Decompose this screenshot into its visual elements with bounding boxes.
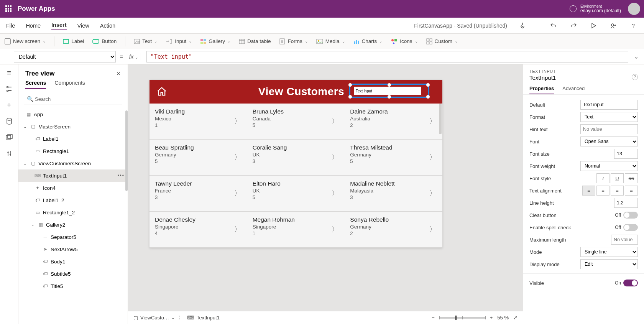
help-icon[interactable]: ? xyxy=(632,74,638,80)
app-frame[interactable]: View Customers Viki DarlingMexico1〉Bruna… xyxy=(150,80,442,248)
node-textinput1[interactable]: ⌨TextInput1••• xyxy=(18,169,128,182)
clear-button-toggle[interactable] xyxy=(623,212,638,219)
node-subtitle5[interactable]: 🏷Subtitle5 xyxy=(18,268,128,280)
zoom-out-icon[interactable]: − xyxy=(432,315,435,321)
tab-advanced[interactable]: Advanced xyxy=(562,86,585,94)
prop-max-length[interactable] xyxy=(611,235,638,245)
gallery-cell[interactable]: Viki DarlingMexico1〉 xyxy=(150,104,247,140)
node-app[interactable]: ▦App xyxy=(18,108,128,120)
node-label1-2[interactable]: 🏷Label1_2 xyxy=(18,194,128,206)
chevron-right-icon[interactable]: 〉 xyxy=(234,117,241,126)
chevron-right-icon[interactable]: 〉 xyxy=(429,117,436,126)
prop-default[interactable] xyxy=(580,100,638,110)
gallery-cell[interactable]: Coralie SangUK3〉 xyxy=(247,140,345,176)
zoom-slider[interactable] xyxy=(439,317,485,319)
selected-textinput[interactable] xyxy=(349,84,429,98)
prop-mode[interactable]: Single line xyxy=(580,247,638,257)
label-button[interactable]: Label xyxy=(63,38,84,44)
canvas-textinput-control[interactable] xyxy=(354,87,421,95)
tab-components[interactable]: Components xyxy=(54,80,85,89)
play-icon[interactable] xyxy=(589,21,598,30)
node-label1[interactable]: 🏷Label1 xyxy=(18,133,128,145)
avatar[interactable] xyxy=(628,3,640,15)
gallery-dropdown[interactable]: Gallery⌄ xyxy=(200,38,230,44)
node-gallery2[interactable]: ⌄▦Gallery2 xyxy=(18,219,128,231)
formula-input[interactable]: "Text input" xyxy=(146,51,628,62)
icons-dropdown[interactable]: Icons⌄ xyxy=(391,38,417,44)
gallery-scrollbar[interactable] xyxy=(439,104,442,134)
redo-icon[interactable] xyxy=(569,21,578,30)
align-right-button[interactable]: ≡ xyxy=(611,186,624,196)
tools-icon[interactable] xyxy=(5,150,13,157)
prop-font-weight[interactable]: Normal xyxy=(580,161,638,171)
gallery-cell[interactable]: Megan RohmanSingapore1〉 xyxy=(247,212,345,248)
node-viewcustomers[interactable]: ⌄▢ViewCustomersScreen xyxy=(18,157,128,169)
node-separator5[interactable]: ─Separator5 xyxy=(18,231,128,243)
gallery-cell[interactable]: Denae ChesleySingapore4〉 xyxy=(150,212,247,248)
fit-to-screen-icon[interactable]: ⤢ xyxy=(513,315,518,321)
gallery-cell[interactable]: Daine ZamoraAustralia2〉 xyxy=(345,104,442,140)
home-icon[interactable] xyxy=(156,86,167,97)
gallery-cell[interactable]: Thresa MilsteadGermany5〉 xyxy=(345,140,442,176)
node-nextarrow5[interactable]: ➤NextArrow5 xyxy=(18,243,128,255)
zoom-in-icon[interactable]: + xyxy=(490,315,493,321)
chevron-right-icon[interactable]: 〉 xyxy=(429,153,436,162)
chevron-right-icon[interactable]: 〉 xyxy=(332,117,338,126)
formula-expand-icon[interactable]: ⌄ xyxy=(632,53,640,60)
add-icon[interactable]: + xyxy=(5,101,13,109)
menu-view[interactable]: View xyxy=(77,23,89,29)
spell-check-toggle[interactable] xyxy=(623,224,638,231)
italic-button[interactable]: I xyxy=(596,173,610,183)
custom-dropdown[interactable]: Custom⌄ xyxy=(426,38,458,44)
visible-toggle[interactable] xyxy=(623,280,638,286)
tree-search-input[interactable] xyxy=(24,93,122,105)
chevron-right-icon[interactable]: 〉 xyxy=(234,225,241,234)
environment-picker[interactable]: Environment enayu.com (default) xyxy=(570,4,621,13)
forms-dropdown[interactable]: Forms⌄ xyxy=(279,38,307,44)
align-center-button[interactable]: ≡ xyxy=(596,186,610,196)
node-rectangle1[interactable]: ▭Rectangle1 xyxy=(18,145,128,157)
prop-display-mode[interactable]: Edit xyxy=(580,259,638,269)
chevron-right-icon[interactable]: 〉 xyxy=(429,189,436,198)
tree-scrollbar[interactable] xyxy=(125,110,128,191)
gallery-cell[interactable]: Elton HaroUK5〉 xyxy=(247,176,345,212)
hamburger-icon[interactable]: ≡ xyxy=(5,69,13,77)
prop-hint[interactable] xyxy=(580,124,638,134)
gallery-cell[interactable]: Madaline NeblettMalayasia3〉 xyxy=(345,176,442,212)
tab-properties[interactable]: Properties xyxy=(529,86,554,94)
waffle-icon[interactable] xyxy=(5,5,12,12)
node-rectangle1-2[interactable]: ▭Rectangle1_2 xyxy=(18,206,128,219)
chevron-right-icon[interactable]: 〉 xyxy=(332,189,338,198)
menu-home[interactable]: Home xyxy=(26,23,41,29)
chevron-right-icon[interactable]: 〉 xyxy=(429,225,436,234)
chevron-right-icon[interactable]: 〉 xyxy=(234,189,241,198)
tab-screens[interactable]: Screens xyxy=(25,80,46,89)
prop-font-size[interactable] xyxy=(614,149,638,159)
help-icon[interactable]: ? xyxy=(629,21,638,30)
node-masterscreen[interactable]: ⌄▢MasterScreen xyxy=(18,120,128,133)
prop-line-height[interactable] xyxy=(614,198,638,208)
strike-button[interactable]: ab xyxy=(625,173,638,183)
align-justify-button[interactable]: ≡ xyxy=(625,186,638,196)
data-table-button[interactable]: Data table xyxy=(239,38,271,44)
gallery[interactable]: Viki DarlingMexico1〉Bruna LylesCanada5〉D… xyxy=(150,104,442,248)
chevron-right-icon[interactable]: 〉 xyxy=(332,225,338,234)
gallery-cell[interactable]: Tawny LeederFrance3〉 xyxy=(150,176,247,212)
prop-font[interactable]: Open Sans xyxy=(580,137,638,146)
tree-view-icon[interactable] xyxy=(5,85,13,93)
menu-action[interactable]: Action xyxy=(100,23,115,29)
prop-format[interactable]: Text xyxy=(580,112,638,122)
button-button[interactable]: Button xyxy=(92,38,117,44)
charts-dropdown[interactable]: Charts⌄ xyxy=(353,38,383,44)
app-checker-icon[interactable] xyxy=(518,21,527,30)
property-selector[interactable]: Default xyxy=(14,51,116,62)
node-icon4[interactable]: ✦Icon4 xyxy=(18,182,128,194)
input-dropdown[interactable]: Input⌄ xyxy=(166,38,192,44)
menu-insert[interactable]: Insert xyxy=(51,22,67,30)
chevron-right-icon[interactable]: 〉 xyxy=(234,153,241,162)
undo-icon[interactable] xyxy=(549,21,558,30)
breadcrumb-screen[interactable]: ▢ViewCusto…⌄ xyxy=(133,315,174,321)
new-screen-button[interactable]: New screen⌄ xyxy=(5,38,46,44)
node-title5[interactable]: 🏷Title5 xyxy=(18,280,128,292)
underline-button[interactable]: U xyxy=(611,173,624,183)
